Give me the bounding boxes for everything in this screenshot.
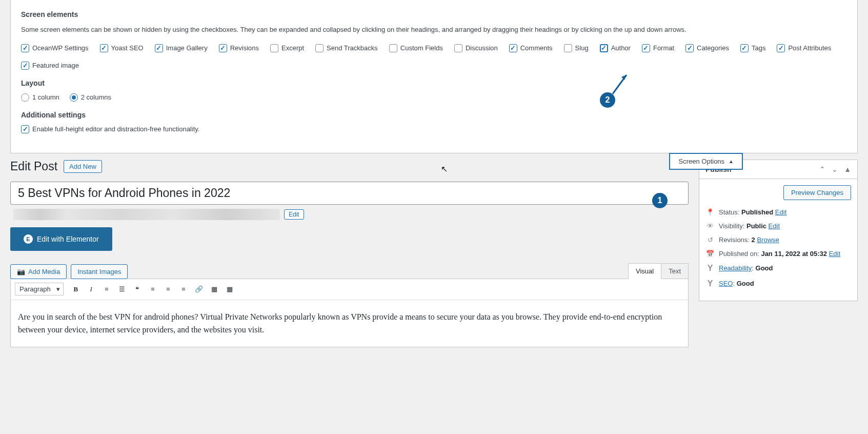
checkbox-post-attributes[interactable]: Post Attributes <box>777 44 831 52</box>
edit-date-link[interactable]: Edit <box>829 250 840 258</box>
add-new-button[interactable]: Add New <box>64 160 102 173</box>
checkbox-icon <box>685 44 694 52</box>
link-button[interactable]: 🔗 <box>192 282 206 297</box>
seo-link[interactable]: SEO <box>719 280 733 287</box>
align-right-button[interactable]: ≡ <box>176 282 191 297</box>
checkbox-icon <box>100 44 108 52</box>
publish-box: Publish ⌃ ⌄ ▲ Preview Changes 📍 Status: … <box>699 160 858 301</box>
toolbar-toggle-button[interactable]: ▦ <box>223 282 237 297</box>
screen-elements-checkboxes: OceanWP SettingsYoast SEOImage GalleryRe… <box>21 44 847 70</box>
radio-2-columns[interactable]: 2 columns <box>70 93 111 102</box>
instant-images-button[interactable]: Instant Images <box>71 264 128 279</box>
checkbox-send-trackbacks[interactable]: Send Trackbacks <box>315 44 378 52</box>
checkbox-icon <box>270 44 278 52</box>
tab-visual[interactable]: Visual <box>628 263 661 279</box>
post-title-input[interactable] <box>10 182 689 205</box>
screen-options-tab[interactable]: Screen Options ▲ <box>669 153 743 170</box>
checkbox-custom-fields[interactable]: Custom Fields <box>389 44 443 52</box>
svg-marker-1 <box>621 75 627 80</box>
annotation-2: 2 <box>600 92 615 108</box>
readmore-button[interactable]: ▦ <box>207 282 221 297</box>
checkbox-oceanwp-settings[interactable]: OceanWP Settings <box>21 44 89 52</box>
blockquote-button[interactable]: ❝ <box>130 282 145 297</box>
pin-icon: 📍 <box>705 208 715 216</box>
checkbox-yoast-seo[interactable]: Yoast SEO <box>100 44 144 52</box>
bold-button[interactable]: B <box>69 282 83 297</box>
checkbox-icon <box>315 44 324 52</box>
calendar-icon: 📅 <box>705 250 715 258</box>
cursor-icon: ↖ <box>441 164 448 174</box>
align-left-button[interactable]: ≡ <box>146 282 160 297</box>
screen-options-panel: Screen elements Some screen elements can… <box>10 0 858 153</box>
checkbox-discussion[interactable]: Discussion <box>454 44 498 52</box>
checkbox-author[interactable]: Author <box>600 44 631 52</box>
page-title: Edit Post <box>10 160 57 173</box>
checkbox-icon <box>21 44 29 52</box>
checkbox-featured-image[interactable]: Featured image <box>21 62 79 70</box>
align-center-button[interactable]: ≡ <box>161 282 175 297</box>
checkbox-icon <box>564 44 572 52</box>
radio-icon <box>21 93 29 102</box>
browse-revisions-link[interactable]: Browse <box>757 236 779 244</box>
checkbox-tags[interactable]: Tags <box>740 44 765 52</box>
checkbox-icon <box>509 44 517 52</box>
bullet-list-button[interactable]: ≡ <box>99 282 114 297</box>
chevron-up-icon: ▲ <box>729 159 734 164</box>
permalink-blurred <box>13 209 280 220</box>
editor-content[interactable]: Are you in search of the best VPN for an… <box>11 300 688 347</box>
screen-elements-description: Some screen elements can be shown or hid… <box>21 25 847 35</box>
checkbox-format[interactable]: Format <box>642 44 674 52</box>
checkbox-revisions[interactable]: Revisions <box>219 44 259 52</box>
radio-icon <box>70 93 78 102</box>
checkbox-icon <box>155 44 163 52</box>
numbered-list-button[interactable]: ☰ <box>115 282 129 297</box>
annotation-1: 1 <box>652 193 668 208</box>
preview-changes-button[interactable]: Preview Changes <box>783 185 851 200</box>
checkbox-icon <box>219 44 227 52</box>
checkbox-excerpt[interactable]: Excerpt <box>270 44 304 52</box>
screen-elements-heading: Screen elements <box>21 10 847 18</box>
tab-text[interactable]: Text <box>661 263 689 279</box>
additional-checkbox[interactable]: Enable full-height editor and distractio… <box>21 125 199 133</box>
checkbox-comments[interactable]: Comments <box>509 44 553 52</box>
checkbox-icon <box>454 44 462 52</box>
checkbox-icon <box>21 62 29 70</box>
eye-icon: 👁 <box>705 222 715 230</box>
format-select[interactable]: Paragraph ▾ <box>15 283 64 295</box>
add-media-button[interactable]: 📷 Add Media <box>10 264 67 279</box>
layout-radios: 1 column2 columns <box>21 93 847 102</box>
move-down-icon[interactable]: ⌄ <box>832 165 838 173</box>
checkbox-icon <box>600 44 608 52</box>
italic-button[interactable]: I <box>84 282 98 297</box>
checkbox-categories[interactable]: Categories <box>685 44 729 52</box>
yoast-icon: Y <box>705 279 715 288</box>
editor-box: Paragraph ▾ B I ≡ ☰ ❝ ≡ ≡ ≡ 🔗 ▦ ▦ Are yo… <box>10 279 689 347</box>
move-up-icon[interactable]: ⌃ <box>819 165 825 173</box>
camera-icon: 📷 <box>17 268 25 275</box>
annotation-arrow <box>610 71 631 96</box>
edit-permalink-button[interactable]: Edit <box>284 209 304 220</box>
checkbox-image-gallery[interactable]: Image Gallery <box>155 44 208 52</box>
checkbox-icon <box>21 125 29 133</box>
toggle-panel-icon[interactable]: ▲ <box>844 165 851 173</box>
checkbox-slug[interactable]: Slug <box>564 44 589 52</box>
additional-heading: Additional settings <box>21 111 847 119</box>
yoast-icon: Y <box>705 264 715 273</box>
edit-visibility-link[interactable]: Edit <box>769 222 780 230</box>
radio-1-column[interactable]: 1 column <box>21 93 59 102</box>
checkbox-icon <box>642 44 650 52</box>
layout-heading: Layout <box>21 79 847 87</box>
revisions-icon: ↺ <box>705 236 715 244</box>
edit-with-elementor-button[interactable]: E Edit with Elementor <box>10 227 112 251</box>
chevron-down-icon: ▾ <box>56 285 60 293</box>
checkbox-icon <box>389 44 397 52</box>
checkbox-icon <box>777 44 785 52</box>
checkbox-icon <box>740 44 749 52</box>
edit-status-link[interactable]: Edit <box>775 208 786 216</box>
elementor-icon: E <box>24 234 33 244</box>
readability-link[interactable]: Readability <box>719 264 752 272</box>
